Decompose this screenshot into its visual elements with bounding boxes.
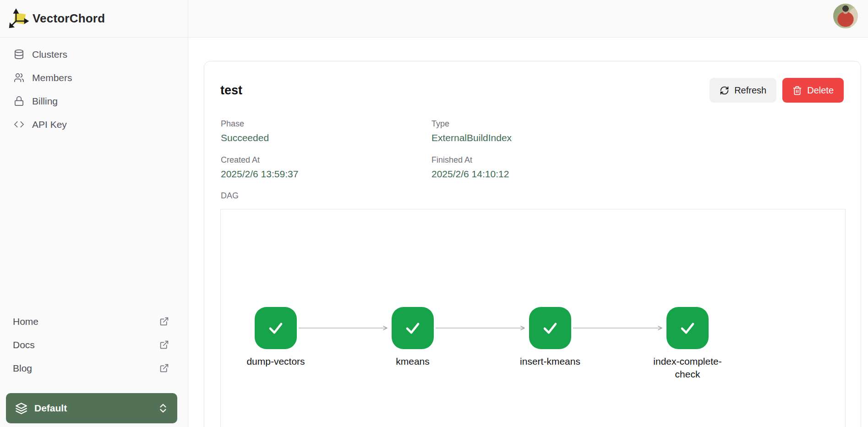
check-icon: [676, 316, 699, 340]
dag-node-label: kmeans: [358, 355, 468, 368]
page-title: test: [220, 83, 242, 98]
dag-node-label: insert-kmeans: [495, 355, 605, 368]
link-label: Docs: [13, 339, 35, 350]
delete-button[interactable]: Delete: [782, 78, 844, 103]
refresh-label: Refresh: [734, 85, 766, 96]
workspace-name: Default: [34, 403, 67, 414]
sidebar-external-links: Home Docs Blog: [0, 310, 188, 380]
sidebar-item-label: API Key: [32, 119, 67, 130]
sidebar-item-label: Clusters: [32, 49, 67, 60]
sidebar-item-billing[interactable]: Billing: [0, 89, 188, 113]
sidebar-item-label: Billing: [32, 96, 58, 107]
detail-created-at: Created At 2025/2/6 13:59:37: [221, 155, 298, 180]
link-label: Home: [13, 316, 38, 327]
brand: VectorChord: [0, 0, 188, 38]
detail-label: Created At: [221, 155, 298, 165]
check-icon: [538, 316, 562, 340]
dag-node-dump-vectors[interactable]: [255, 307, 297, 349]
lock-icon: [14, 96, 24, 106]
dag-node-kmeans[interactable]: [392, 307, 434, 349]
sidebar-nav: Clusters Members Billing API Key: [0, 43, 188, 136]
users-icon: [14, 72, 24, 83]
link-label: Blog: [13, 363, 32, 374]
detail-phase: Phase Succeeded: [221, 119, 269, 143]
detail-label: Phase: [221, 119, 269, 129]
dag-section-label: DAG: [221, 191, 239, 201]
dag-canvas[interactable]: dump-vectors kmeans insert-kmeans index-…: [220, 209, 846, 427]
detail-value: ExternalBuildIndex: [431, 132, 512, 143]
delete-label: Delete: [807, 85, 834, 96]
refresh-button[interactable]: Refresh: [710, 78, 776, 103]
workspace-selector[interactable]: Default: [6, 393, 177, 423]
dag-node-label: dump-vectors: [221, 355, 331, 368]
detail-type: Type ExternalBuildIndex: [431, 119, 512, 143]
dag-node-index-complete-check[interactable]: [666, 307, 709, 349]
link-docs[interactable]: Docs: [0, 333, 188, 356]
refresh-icon: [720, 86, 729, 95]
external-link-icon: [159, 340, 169, 350]
detail-finished-at: Finished At 2025/2/6 14:10:12: [431, 155, 509, 180]
code-icon: [14, 119, 24, 130]
topbar: [188, 0, 868, 38]
brand-name: VectorChord: [33, 11, 105, 26]
link-blog[interactable]: Blog: [0, 356, 188, 380]
sidebar: VectorChord Clusters Members Billing API…: [0, 0, 188, 427]
sidebar-item-members[interactable]: Members: [0, 66, 188, 89]
layers-icon: [15, 402, 27, 415]
dag-node-insert-kmeans[interactable]: [529, 307, 571, 349]
external-link-icon: [159, 317, 169, 326]
detail-label: Type: [431, 119, 512, 129]
avatar[interactable]: [833, 4, 858, 28]
detail-value: 2025/2/6 14:10:12: [431, 169, 509, 180]
chevrons-up-down-icon: [158, 402, 168, 414]
check-icon: [401, 316, 425, 340]
dag-node-label: index-complete-check: [649, 355, 726, 381]
sidebar-item-clusters[interactable]: Clusters: [0, 43, 188, 66]
sidebar-item-label: Members: [32, 72, 72, 83]
job-detail-card: test Refresh Delete Phase: [204, 61, 861, 427]
detail-value: Succeeded: [221, 132, 269, 143]
check-icon: [264, 316, 288, 340]
external-link-icon: [159, 363, 169, 373]
database-icon: [14, 49, 24, 60]
link-home[interactable]: Home: [0, 310, 188, 333]
sidebar-item-api-key[interactable]: API Key: [0, 113, 188, 136]
detail-label: Finished At: [431, 155, 509, 165]
main-area: test Refresh Delete Phase: [188, 0, 868, 427]
card-actions: Refresh Delete: [710, 78, 844, 103]
detail-value: 2025/2/6 13:59:37: [221, 169, 298, 180]
brand-logo-icon: [8, 8, 29, 29]
trash-icon: [792, 86, 802, 95]
